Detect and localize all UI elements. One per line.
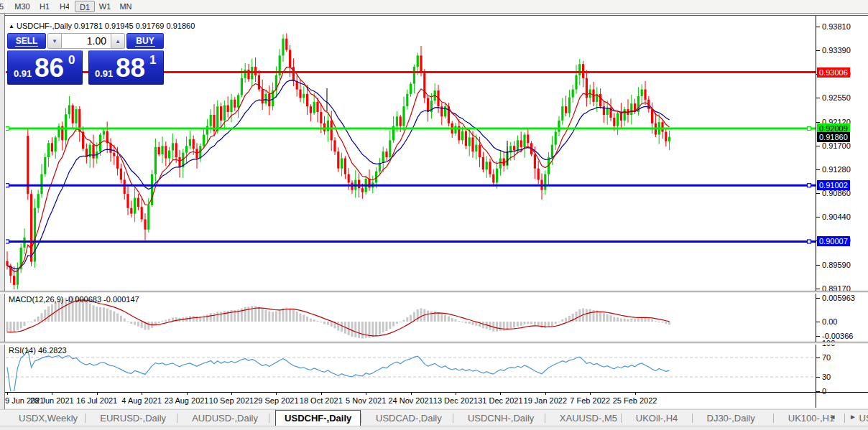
window-top-border bbox=[5, 15, 868, 16]
price-tick-label: 0.91280 bbox=[822, 165, 851, 174]
macd-histogram-bar bbox=[313, 319, 315, 322]
macd-histogram-bar bbox=[427, 311, 429, 322]
tab-separator bbox=[773, 413, 774, 423]
macd-histogram-bar bbox=[158, 322, 160, 323]
macd-histogram-bar bbox=[382, 322, 384, 332]
timeframe-mn-button[interactable]: MN bbox=[115, 1, 137, 12]
candle-body bbox=[144, 220, 146, 230]
chart-tab-uk100-h1[interactable]: UK100-,H1 bbox=[780, 411, 843, 426]
candle-body bbox=[423, 73, 425, 98]
chart-tab-audusd-daily[interactable]: AUDUSD-,Daily bbox=[183, 411, 267, 426]
macd-histogram-bar bbox=[337, 322, 339, 331]
line-handle[interactable] bbox=[6, 184, 9, 187]
sell-price-panel[interactable]: 0.91 86 0 bbox=[7, 50, 83, 85]
timeframe-h1-button[interactable]: H1 bbox=[34, 1, 55, 12]
line-handle[interactable] bbox=[808, 184, 811, 187]
date-tick-label: 23 Aug 2021 bbox=[165, 396, 209, 405]
macd-histogram-bar bbox=[213, 313, 216, 322]
date-tick-mark bbox=[590, 393, 591, 395]
date-tick-label: 18 Oct 2021 bbox=[300, 396, 343, 405]
candle-body bbox=[620, 113, 622, 121]
line-handle[interactable] bbox=[808, 126, 811, 130]
candle-body bbox=[230, 100, 232, 112]
macd-histogram-bar bbox=[448, 317, 450, 322]
line-handle[interactable] bbox=[6, 126, 9, 130]
macd-histogram-bar bbox=[13, 322, 15, 332]
timeframe-h4-button[interactable]: H4 bbox=[55, 1, 75, 12]
volume-decrease-button[interactable]: ▾ bbox=[47, 33, 62, 49]
macd-histogram-bar bbox=[231, 310, 233, 322]
volume-increase-button[interactable]: ▴ bbox=[111, 33, 125, 49]
date-tick-mark bbox=[545, 393, 546, 395]
macd-histogram-bar bbox=[513, 322, 515, 327]
macd-histogram-bar bbox=[386, 322, 388, 331]
candle-body bbox=[572, 90, 574, 98]
candle-body bbox=[348, 174, 350, 183]
price-tick-label: 0.93810 bbox=[822, 22, 851, 31]
volume-input[interactable] bbox=[62, 33, 111, 49]
candle-body bbox=[237, 95, 239, 107]
macd-histogram-bar bbox=[496, 322, 498, 332]
candle-body bbox=[210, 115, 212, 126]
buy-price-pipette: 1 bbox=[149, 53, 156, 67]
macd-histogram-bar bbox=[561, 319, 563, 322]
date-axis[interactable]: 9 Jun 202128 Jun 202116 Jul 20214 Aug 20… bbox=[5, 393, 816, 408]
candle-body bbox=[331, 121, 333, 141]
candle-body bbox=[361, 188, 364, 192]
macd-histogram-bar bbox=[396, 322, 398, 324]
collapse-chart-icon[interactable]: ▲ bbox=[9, 23, 14, 29]
macd-histogram-bar bbox=[9, 322, 11, 332]
line-handle[interactable] bbox=[6, 240, 9, 243]
buy-price-panel[interactable]: 0.91 88 1 bbox=[88, 50, 164, 85]
chart-tab-usoil-h1[interactable]: USOil-,H1 bbox=[851, 411, 868, 426]
sell-price-big-digits: 86 bbox=[34, 53, 64, 83]
candle-body bbox=[34, 208, 36, 262]
chart-macd-splitter[interactable] bbox=[0, 291, 868, 294]
candle-body bbox=[137, 198, 139, 207]
sell-button[interactable]: SELL bbox=[7, 33, 46, 49]
chart-tab-usdx-weekly[interactable]: USDX,Weekly bbox=[10, 411, 86, 426]
candle-body bbox=[126, 194, 129, 208]
macd-histogram-bar bbox=[379, 322, 381, 335]
timeframe-d1-button[interactable]: D1 bbox=[75, 1, 95, 12]
macd-histogram-bar bbox=[320, 322, 322, 322]
price-tick-label: 0.93390 bbox=[822, 46, 851, 55]
macd-histogram-bar bbox=[216, 312, 218, 322]
line-handle[interactable] bbox=[808, 240, 811, 243]
candle-body bbox=[668, 137, 670, 141]
macd-histogram-bar bbox=[482, 322, 484, 328]
buy-button[interactable]: BUY bbox=[126, 33, 164, 49]
chart-tab-dj30-daily[interactable]: DJ30-,Daily bbox=[698, 411, 764, 426]
macd-rsi-splitter[interactable] bbox=[0, 342, 868, 345]
macd-histogram-bar bbox=[120, 316, 122, 322]
candle-body bbox=[193, 139, 195, 149]
chart-tab-bar: ◄ ► USDX,WeeklyEURUSD-,DailyAUDUSD-,Dail… bbox=[0, 409, 868, 426]
macd-tick-label: 0.005963 bbox=[822, 294, 855, 302]
candle-body bbox=[644, 90, 646, 100]
macd-histogram-bar bbox=[509, 322, 512, 329]
rsi-line bbox=[7, 350, 670, 391]
date-tick-label: 7 Feb 2022 bbox=[570, 396, 610, 405]
chart-tab-eurusd-daily[interactable]: EURUSD-,Daily bbox=[91, 411, 175, 426]
chart-tab-usdcad-daily[interactable]: USDCAD-,Daily bbox=[367, 411, 451, 426]
macd-histogram-bar bbox=[354, 322, 356, 337]
candle-body bbox=[578, 64, 581, 75]
timeframe-w1-button[interactable]: W1 bbox=[95, 1, 115, 12]
chart-tab-ukoil-h4[interactable]: UKOil-,H4 bbox=[627, 411, 687, 426]
rsi-tick-label: 30 bbox=[822, 373, 831, 381]
chart-tab-usdchf-daily[interactable]: USDCHF-,Daily bbox=[275, 410, 361, 426]
candle-body bbox=[327, 121, 329, 131]
timeframe-m5-button[interactable]: 5 bbox=[0, 1, 9, 12]
price-axis[interactable]: 0.938100.933900.929700.925500.921200.917… bbox=[816, 16, 868, 408]
candle-body bbox=[406, 94, 408, 106]
macd-histogram-bar bbox=[420, 308, 423, 322]
candle-body bbox=[630, 103, 632, 115]
macd-histogram-bar bbox=[617, 317, 619, 322]
macd-histogram-bar bbox=[206, 314, 208, 322]
candle-body bbox=[561, 106, 563, 121]
chart-tab-xauusd-m5[interactable]: XAUUSD-,M5 bbox=[551, 411, 626, 426]
macd-histogram-bar bbox=[106, 309, 108, 322]
hline-price-label: 0.93006 bbox=[817, 67, 850, 78]
chart-tab-usdcnh-daily[interactable]: USDCNH-,Daily bbox=[459, 411, 542, 426]
timeframe-m30-button[interactable]: M30 bbox=[10, 1, 34, 12]
